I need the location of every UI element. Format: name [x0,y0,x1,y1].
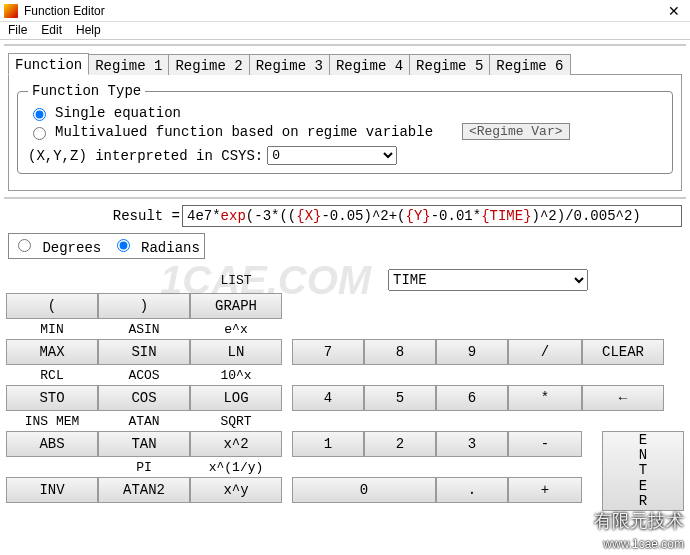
radio-radians[interactable] [117,239,130,252]
button-lparen[interactable]: ( [6,293,98,319]
label-pi: PI [98,457,190,477]
tab-regime-4[interactable]: Regime 4 [329,54,410,75]
button-3[interactable]: 3 [436,431,508,457]
tab-strip: Function Regime 1 Regime 2 Regime 3 Regi… [8,52,682,74]
button-max[interactable]: MAX [6,339,98,365]
result-row: Result = 4e7*exp(-3*(({X}-0.05)^2+({Y}-0… [8,205,682,227]
label-min: MIN [6,319,98,339]
button-abs[interactable]: ABS [6,431,98,457]
button-1[interactable]: 1 [292,431,364,457]
button-backspace[interactable]: ← [582,385,664,411]
button-xy[interactable]: x^y [190,477,282,503]
button-sto[interactable]: STO [6,385,98,411]
menu-help[interactable]: Help [70,23,107,38]
button-multiply[interactable]: * [508,385,582,411]
title-bar: Function Editor ✕ [0,0,690,22]
watermark: 有限元技术 [594,509,684,533]
variable-select[interactable]: TIME [388,269,588,291]
function-type-legend: Function Type [28,83,145,99]
window-title: Function Editor [24,4,662,18]
label-atan: ATAN [98,411,190,431]
label-rcl: RCL [6,365,98,385]
button-enter[interactable]: E N T E R [602,431,684,511]
label-single-equation: Single equation [55,105,181,121]
regime-var-field: <Regime Var> [462,123,570,140]
tab-function[interactable]: Function [8,53,89,75]
label-asin: ASIN [98,319,190,339]
label-acos: ACOS [98,365,190,385]
divider [4,44,686,46]
label-sqrt: SQRT [190,411,282,431]
label-insmem: INS MEM [6,411,98,431]
tab-regime-3[interactable]: Regime 3 [249,54,330,75]
close-icon[interactable]: ✕ [662,3,686,19]
button-ln[interactable]: LN [190,339,282,365]
watermark: www.1cae.com [603,537,684,551]
expression-input[interactable]: 4e7*exp(-3*(({X}-0.05)^2+({Y}-0.01*{TIME… [182,205,682,227]
angle-mode: Degrees Radians [8,233,205,259]
label-tenx: 10^x [190,365,282,385]
divider [4,197,686,199]
app-icon [4,4,18,18]
button-clear[interactable]: CLEAR [582,339,664,365]
label-xiy: x^(1/y) [190,457,282,477]
button-6[interactable]: 6 [436,385,508,411]
button-tan[interactable]: TAN [98,431,190,457]
button-rparen[interactable]: ) [98,293,190,319]
tab-page: Function Type Single equation Multivalue… [8,74,682,191]
button-9[interactable]: 9 [436,339,508,365]
tab-regime-1[interactable]: Regime 1 [88,54,169,75]
tab-regime-2[interactable]: Regime 2 [168,54,249,75]
menu-file[interactable]: File [2,23,33,38]
label-multivalued: Multivalued function based on regime var… [55,124,433,140]
label-degrees: Degrees [42,240,101,256]
button-x2[interactable]: x^2 [190,431,282,457]
button-inv[interactable]: INV [6,477,98,503]
function-type-group: Function Type Single equation Multivalue… [17,83,673,174]
button-log[interactable]: LOG [190,385,282,411]
button-sin[interactable]: SIN [98,339,190,365]
button-add[interactable]: + [508,477,582,503]
button-dot[interactable]: . [436,477,508,503]
radio-multivalued[interactable] [33,127,46,140]
label-radians: Radians [141,240,200,256]
tab-regime-5[interactable]: Regime 5 [409,54,490,75]
label-list: LIST [190,270,282,290]
button-subtract[interactable]: - [508,431,582,457]
menu-bar: File Edit Help [0,22,690,40]
csys-select[interactable]: 0 [267,146,397,165]
button-5[interactable]: 5 [364,385,436,411]
menu-edit[interactable]: Edit [35,23,68,38]
button-2[interactable]: 2 [364,431,436,457]
button-7[interactable]: 7 [292,339,364,365]
button-cos[interactable]: COS [98,385,190,411]
radio-degrees[interactable] [18,239,31,252]
button-divide[interactable]: / [508,339,582,365]
button-8[interactable]: 8 [364,339,436,365]
button-graph[interactable]: GRAPH [190,293,282,319]
radio-single-equation[interactable] [33,108,46,121]
result-label: Result = [8,208,180,224]
button-4[interactable]: 4 [292,385,364,411]
csys-label: (X,Y,Z) interpreted in CSYS: [28,148,263,164]
button-atan2[interactable]: ATAN2 [98,477,190,503]
label-ex: e^x [190,319,282,339]
keypad: LIST TIME ( ) GRAPH MIN ASIN e^x MAX SIN… [6,267,684,503]
button-0[interactable]: 0 [292,477,436,503]
tab-regime-6[interactable]: Regime 6 [489,54,570,75]
